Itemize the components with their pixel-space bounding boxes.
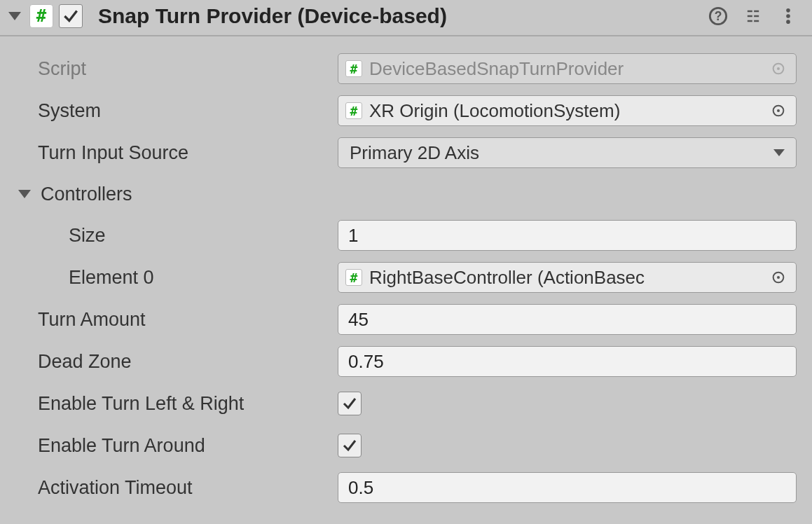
svg-point-6 (777, 67, 780, 70)
row-enable-turn-lr: Enable Turn Left & Right (8, 384, 804, 423)
check-icon (341, 437, 358, 454)
system-field-value: XR Origin (LocomotionSystem) (369, 100, 757, 122)
row-turn-input-source: Turn Input Source Primary 2D Axis (8, 133, 804, 172)
row-activation-timeout: Activation Timeout (8, 468, 804, 507)
row-controllers-element0: Element 0 # RightBaseController (ActionB… (8, 258, 804, 297)
object-picker-icon (768, 58, 789, 79)
svg-text:?: ? (715, 9, 722, 23)
row-script: Script # DeviceBasedSnapTurnProvider (8, 49, 804, 88)
foldout-toggle-icon[interactable] (18, 190, 31, 198)
script-icon: # (29, 4, 53, 28)
check-icon (62, 7, 80, 25)
svg-point-8 (777, 109, 780, 112)
component-header: # Snap Turn Provider (Device-based) ? (0, 0, 812, 36)
label-system: System (8, 100, 338, 122)
row-enable-turn-around: Enable Turn Around (8, 426, 804, 465)
size-input[interactable] (338, 220, 797, 251)
row-dead-zone: Dead Zone (8, 342, 804, 381)
script-mini-icon: # (345, 60, 362, 77)
foldout-toggle-icon[interactable] (8, 12, 21, 20)
label-dead-zone: Dead Zone (8, 351, 338, 373)
svg-point-10 (777, 276, 780, 279)
activation-timeout-input[interactable] (338, 472, 797, 503)
kebab-menu-icon[interactable] (778, 6, 798, 26)
chevron-down-icon (773, 149, 785, 156)
label-size: Size (8, 225, 338, 247)
label-controllers: Controllers (41, 184, 132, 205)
label-enable-turn-around: Enable Turn Around (8, 435, 338, 457)
dead-zone-input[interactable] (338, 346, 797, 377)
row-controllers-size: Size (8, 216, 804, 255)
check-icon (341, 395, 358, 412)
label-activation-timeout: Activation Timeout (8, 477, 338, 499)
turn-amount-input[interactable] (338, 304, 797, 335)
label-turn-input-source: Turn Input Source (8, 142, 338, 164)
svg-point-3 (786, 14, 790, 18)
turn-input-source-dropdown[interactable]: Primary 2D Axis (338, 137, 797, 168)
element0-field-value: RightBaseController (ActionBasec (369, 267, 757, 289)
object-picker-icon[interactable] (768, 267, 789, 288)
script-field: # DeviceBasedSnapTurnProvider (338, 53, 797, 84)
preset-icon[interactable] (743, 6, 763, 26)
label-element0: Element 0 (8, 267, 338, 289)
script-mini-icon: # (345, 102, 362, 119)
system-field[interactable]: # XR Origin (LocomotionSystem) (338, 95, 797, 126)
label-script: Script (8, 58, 338, 80)
label-turn-amount: Turn Amount (8, 309, 338, 331)
svg-point-4 (786, 20, 790, 24)
script-mini-icon: # (345, 269, 362, 286)
object-picker-icon[interactable] (768, 100, 789, 121)
enable-turn-around-checkbox[interactable] (338, 434, 362, 457)
component-enabled-checkbox[interactable] (59, 4, 83, 28)
row-controllers[interactable]: Controllers (8, 175, 804, 213)
row-system: System # XR Origin (LocomotionSystem) (8, 91, 804, 130)
script-field-value: DeviceBasedSnapTurnProvider (369, 58, 757, 80)
element0-field[interactable]: # RightBaseController (ActionBasec (338, 262, 797, 293)
row-turn-amount: Turn Amount (8, 300, 804, 339)
svg-point-2 (786, 8, 790, 13)
component-title: Snap Turn Provider (Device-based) (98, 4, 703, 28)
help-icon[interactable]: ? (708, 6, 728, 26)
dropdown-value: Primary 2D Axis (350, 142, 479, 164)
label-enable-turn-lr: Enable Turn Left & Right (8, 393, 338, 415)
enable-turn-lr-checkbox[interactable] (338, 392, 362, 415)
